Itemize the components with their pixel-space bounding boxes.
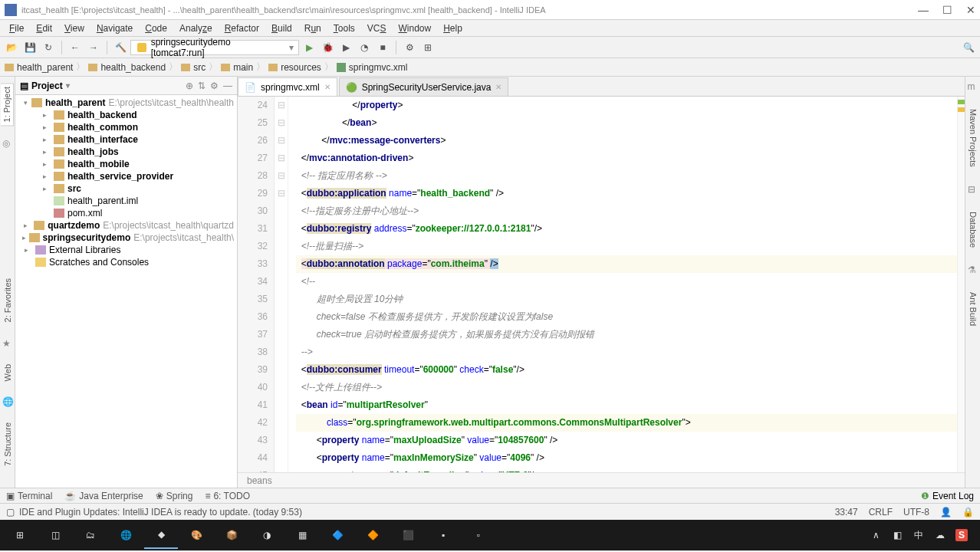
collapse-icon[interactable]: ⇅ (198, 80, 206, 91)
database-tool-tab[interactable]: Database (967, 209, 979, 251)
stop-icon[interactable]: ■ (374, 39, 391, 56)
ant-icon[interactable]: ⚗ (968, 264, 978, 275)
excel-icon[interactable]: ▦ (285, 521, 319, 549)
editor-tab[interactable]: 📄springmvc.xml✕ (238, 77, 337, 96)
target-icon[interactable]: ⊕ (186, 80, 193, 91)
database-icon[interactable]: ⊟ (968, 184, 978, 195)
tree-item[interactable]: ▸health_backend (15, 109, 237, 121)
tree-item[interactable]: ▸health_common (15, 121, 237, 133)
breadcrumb-item[interactable]: main (221, 62, 253, 73)
cursor-position[interactable]: 33:47 (835, 507, 858, 518)
close-tab-icon[interactable]: ✕ (495, 83, 502, 91)
hide-icon[interactable]: — (223, 80, 232, 91)
start-button[interactable]: ⊞ (3, 521, 37, 549)
tree-item[interactable]: ▸health_jobs (15, 146, 237, 158)
forward-icon[interactable]: → (85, 39, 102, 56)
minimize-button[interactable]: — (918, 4, 929, 16)
menu-navigate[interactable]: Navigate (90, 21, 139, 35)
app-icon[interactable]: ⬛ (391, 521, 425, 549)
tree-item[interactable]: health_parent.iml (15, 195, 237, 207)
web-tool-tab[interactable]: Web (2, 361, 14, 384)
profile-icon[interactable]: ◔ (356, 39, 373, 56)
error-stripe[interactable] (957, 97, 965, 472)
explorer-icon[interactable]: 🗂 (74, 521, 107, 549)
tree-item[interactable]: ▸health_interface (15, 133, 237, 146)
m-icon[interactable]: m (968, 81, 978, 92)
open-icon[interactable]: 📂 (3, 39, 20, 56)
code-area[interactable]: </property> </bean> </mvc:message-conver… (288, 97, 957, 472)
task-view-icon[interactable]: ◫ (38, 521, 72, 549)
back-icon[interactable]: ← (67, 39, 84, 56)
run-icon[interactable]: ▶ (301, 39, 317, 56)
close-tab-icon[interactable]: ✕ (324, 83, 331, 91)
menu-refactor[interactable]: Refactor (219, 21, 265, 35)
ant-tool-tab[interactable]: Ant Build (967, 289, 979, 329)
menu-view[interactable]: View (58, 21, 90, 35)
menu-window[interactable]: Window (392, 21, 437, 35)
menu-help[interactable]: Help (437, 21, 469, 35)
search-icon[interactable]: 🔍 (960, 39, 977, 56)
menu-edit[interactable]: Edit (30, 21, 58, 35)
web-icon[interactable]: 🌐 (2, 396, 13, 407)
javaee-tab[interactable]: ☕ Java Enterprise (64, 491, 143, 501)
tree-item[interactable]: ▸External Libraries (15, 244, 237, 256)
menu-vcs[interactable]: VCS (361, 21, 393, 35)
editor[interactable]: 2425262728293031323334353637383940414243… (238, 97, 965, 472)
app-icon[interactable]: 🔷 (321, 521, 354, 549)
sogou-icon[interactable]: S (955, 529, 968, 541)
maximize-button[interactable]: ☐ (942, 4, 952, 16)
editor-breadcrumb[interactable]: beans (238, 472, 965, 488)
paint-icon[interactable]: 🎨 (179, 521, 213, 549)
favorites-tool-tab[interactable]: 2: Favorites (2, 275, 14, 325)
menu-file[interactable]: File (3, 21, 30, 35)
status-icon[interactable]: ▢ (6, 507, 15, 518)
spring-tab[interactable]: ❀ Spring (156, 491, 193, 501)
chrome-icon[interactable]: 🌐 (109, 521, 143, 549)
sync-icon[interactable]: ↻ (40, 39, 57, 56)
menu-tools[interactable]: Tools (327, 21, 361, 35)
structure-tool-tab[interactable]: 7: Structure (2, 419, 14, 469)
menu-build[interactable]: Build (265, 21, 298, 35)
debug-icon[interactable]: 🐞 (319, 39, 336, 56)
terminal-icon[interactable]: ▪ (426, 521, 460, 549)
event-log-tab[interactable]: ❶ Event Log (921, 491, 974, 501)
terminal-tab[interactable]: ▣ Terminal (6, 491, 52, 501)
save-icon[interactable]: 💾 (21, 39, 38, 56)
app-icon[interactable]: 📦 (215, 521, 248, 549)
maven-tool-tab[interactable]: Maven Projects (967, 106, 979, 170)
project-tree[interactable]: ▾health_parent E:\projects\itcast_health… (15, 95, 237, 488)
tree-item[interactable]: ▸health_mobile (15, 158, 237, 170)
cloud-icon[interactable]: ☁ (934, 529, 946, 541)
menu-run[interactable]: Run (298, 21, 327, 35)
tray-icon[interactable]: ◧ (891, 529, 903, 541)
todo-tab[interactable]: ≡ 6: TODO (205, 491, 250, 501)
menu-analyze[interactable]: Analyze (173, 21, 219, 35)
breadcrumb-item[interactable]: resources (268, 62, 321, 73)
system-tray[interactable]: ∧ ◧ 中 ☁ S (870, 529, 977, 541)
fold-gutter[interactable]: ⊟⊟⊟⊟⊟⊟ (275, 97, 288, 472)
structure-icon[interactable]: ⊞ (419, 39, 436, 56)
dropdown-icon[interactable]: ▾ (66, 81, 70, 90)
run-config-dropdown[interactable]: springsecuritydemo [tomcat7:run] (130, 40, 299, 55)
project-tool-tab[interactable]: 1: Project (1, 83, 14, 126)
breadcrumb-item[interactable]: health_backend (88, 62, 166, 73)
tree-item[interactable]: ▾health_parent E:\projects\itcast_health… (15, 97, 237, 109)
app-icon[interactable]: ▫ (462, 521, 495, 549)
tree-item[interactable]: ▸quartzdemo E:\projects\itcast_health\qu… (15, 219, 237, 232)
tree-item[interactable]: pom.xml (15, 207, 237, 219)
menu-code[interactable]: Code (139, 21, 173, 35)
app-icon[interactable]: 🔶 (356, 521, 390, 549)
ime-icon[interactable]: 中 (913, 529, 925, 541)
tray-expand-icon[interactable]: ∧ (870, 529, 882, 541)
inspect-icon[interactable]: 👤 (940, 507, 952, 518)
encoding[interactable]: UTF-8 (903, 507, 929, 518)
lock-icon[interactable]: 🔒 (962, 507, 974, 518)
intellij-icon[interactable]: ◆ (144, 521, 178, 549)
line-ending[interactable]: CRLF (869, 507, 893, 518)
tree-item[interactable]: ▸src (15, 182, 237, 195)
capture-icon[interactable]: ◎ (2, 138, 13, 149)
settings-icon[interactable]: ⚙ (401, 39, 418, 56)
coverage-icon[interactable]: ▶ (337, 39, 354, 56)
tree-item[interactable]: Scratches and Consoles (15, 256, 237, 268)
tree-item[interactable]: ▸springsecuritydemo E:\projects\itcast_h… (15, 232, 237, 244)
